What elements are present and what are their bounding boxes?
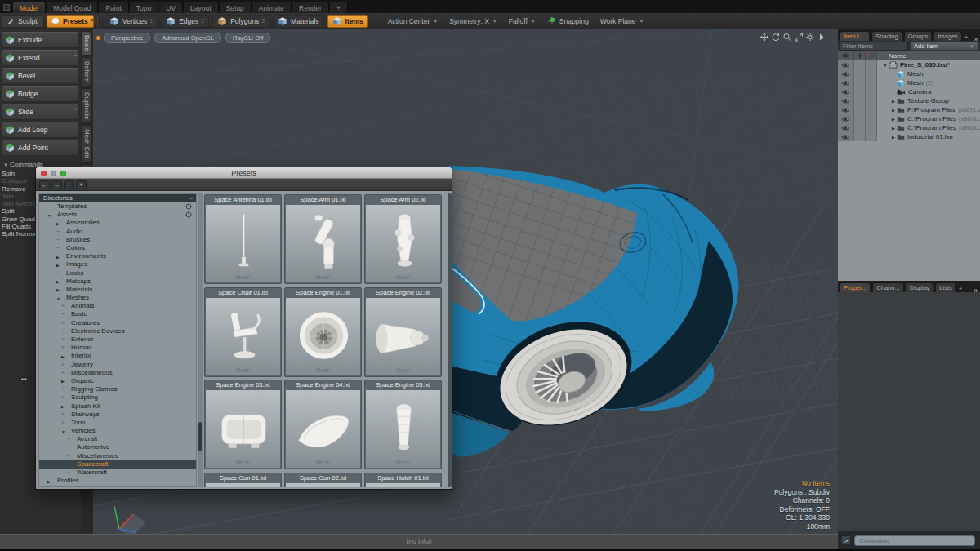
eye-icon[interactable] — [838, 114, 854, 123]
viewport-perspective[interactable]: Perspective — [104, 33, 150, 43]
viewport-raygl-off[interactable]: RayGL: Off — [225, 33, 270, 43]
eye-icon[interactable] — [838, 87, 854, 96]
dir-animals[interactable]: +Animals — [39, 302, 196, 310]
dir-automotive[interactable]: +Automotive — [39, 443, 196, 451]
dir-miscellaneous[interactable]: +Miscellaneous — [39, 369, 196, 377]
preset-space-engine-03-lxl[interactable]: Space Engine 03.lxl Mesh — [204, 380, 282, 469]
item-row-c-program-files[interactable]: ▶ C:\Program Files (x86)\Luxol — [838, 123, 980, 132]
menu-tab-animate[interactable]: Animate — [252, 2, 292, 13]
mode-vertices[interactable]: Vertices1 — [105, 15, 158, 28]
dir-rigging-gizmos[interactable]: +Rigging Gizmos — [39, 385, 196, 393]
move-icon[interactable] — [760, 33, 769, 42]
side-tab-duplicate[interactable]: Duplicate — [81, 88, 91, 123]
dir-materials[interactable]: ▶Materials — [39, 286, 196, 294]
dir-interior[interactable]: ▶Interior — [39, 352, 196, 360]
menu-tab-topo[interactable]: Topo — [130, 2, 158, 13]
add-path-button[interactable]: + — [76, 180, 87, 189]
dir-exterior[interactable]: +Exterior — [39, 335, 196, 344]
itemlist-tab-images[interactable]: Images — [933, 31, 962, 41]
eye-icon[interactable] — [838, 123, 854, 132]
panel-expand-icon[interactable] — [970, 33, 978, 41]
itemlist-tab-item-l[interactable]: Item L... — [840, 31, 870, 41]
item-row-camera[interactable]: · Camera — [838, 87, 980, 96]
preset-space-gun-02-lxl[interactable]: Space Gun 02.lxl Mesh — [284, 473, 362, 487]
preset-space-engine-02-lxl[interactable]: Space Engine 02.lxl Mesh — [364, 287, 442, 377]
menu-tab-model-quad[interactable]: Model Quad — [47, 2, 98, 13]
preset-space-arm-02-lxl[interactable]: Space Arm 02.lxl Mesh — [364, 194, 442, 284]
grid-scrollbar[interactable] — [448, 193, 452, 487]
dir-vehicles[interactable]: ▼Vehicles — [39, 427, 196, 435]
menu-tab-uv[interactable]: UV — [159, 2, 183, 13]
mode-polygons[interactable]: Polygons3 — [212, 15, 270, 28]
properties-tab-chann[interactable]: Chann... — [872, 282, 903, 292]
tree-scrollbar[interactable] — [198, 193, 203, 487]
menu-tab-paint[interactable]: Paint — [99, 2, 128, 13]
gear-icon[interactable] — [805, 33, 815, 42]
side-tab-deform[interactable]: Deform — [81, 57, 91, 87]
dir-environments[interactable]: ▶Environments — [39, 252, 196, 260]
tool-bridge[interactable]: Bridge — [2, 86, 79, 102]
dir-assemblies[interactable]: ▶Assemblies — [39, 219, 196, 227]
up-button[interactable]: ↑ — [64, 180, 74, 189]
preset-space-gun-01-lxl[interactable]: Space Gun 01.lxl Mesh — [204, 473, 282, 487]
command-run-button[interactable]: > — [841, 535, 851, 545]
side-tab-mesh-edit[interactable]: Mesh Edit — [81, 125, 91, 162]
dir-templates[interactable]: Templates — [39, 202, 196, 211]
dir-looks[interactable]: +Looks — [39, 269, 196, 278]
dir-toon[interactable]: +Toon — [39, 419, 196, 427]
dir-organic[interactable]: ▶Organic — [39, 377, 196, 385]
preset-space-arm-01-lxl[interactable]: Space Arm 01.lxl Mesh — [284, 194, 362, 284]
dir-human[interactable]: +Human — [39, 344, 196, 352]
dropdown-snapping[interactable]: Snapping — [547, 16, 589, 25]
preset-space-hatch-01-lxl[interactable]: Space Hatch 01.lxl Mesh — [364, 473, 442, 487]
eye-icon[interactable] — [838, 105, 854, 114]
viewport-menu-dot[interactable] — [96, 36, 100, 40]
menu-tab-add[interactable]: + — [330, 2, 348, 13]
dir-aircraft[interactable]: +Aircraft — [39, 435, 196, 443]
item-row-mesh[interactable]: · Mesh — [838, 69, 980, 78]
dir-basic[interactable]: +Basic — [39, 310, 196, 318]
mode-materials[interactable]: Materials — [273, 15, 323, 28]
dir-electronic-devices[interactable]: +Electronic Devices — [39, 327, 196, 335]
eye-icon[interactable] — [838, 96, 854, 105]
dir-colors[interactable]: +Colors — [39, 244, 196, 252]
properties-add-tab[interactable]: + — [959, 285, 963, 292]
side-tab-basic[interactable]: Basic — [81, 31, 91, 56]
properties-tab-display[interactable]: Display — [906, 282, 934, 292]
mode-items[interactable]: Items — [327, 15, 368, 28]
expand-icon[interactable] — [794, 33, 804, 42]
itemlist-tab-groups[interactable]: Groups — [904, 31, 933, 41]
tool-extrude[interactable]: Extrude — [2, 32, 79, 48]
dir-miscellaneous[interactable]: +Miscellaneous — [39, 452, 196, 460]
dir-matcaps[interactable]: ▶Matcaps — [39, 278, 196, 286]
eye-icon[interactable] — [838, 132, 854, 141]
dir-splash-kit[interactable]: ▶Splash Kit — [39, 402, 196, 411]
more-icon[interactable] — [817, 33, 826, 42]
mode-edges[interactable]: Edges2 — [161, 15, 209, 28]
preset-space-engine-01-lxl[interactable]: Space Engine 01.lxl Mesh — [284, 287, 362, 377]
forward-button[interactable]: → — [51, 180, 62, 189]
visibility-column-icon[interactable] — [838, 51, 854, 60]
itemlist-tab-shading[interactable]: Shading — [871, 31, 902, 41]
preset-space-chair-01-lxl[interactable]: Space Chair 01.lxl Mesh — [204, 287, 282, 377]
sculpt-button[interactable]: Sculpt — [2, 15, 44, 28]
dir-meshes[interactable]: ▼Meshes — [39, 294, 196, 302]
directories-header[interactable]: Directories– — [39, 194, 196, 202]
presets-button[interactable]: Presets F6 — [47, 15, 94, 28]
dropdown-falloff[interactable]: Falloff▼ — [509, 17, 536, 25]
preset-space-antenna-01-lxl[interactable]: Space Antenna 01.lxl Mesh — [204, 194, 282, 284]
properties-tab-lists[interactable]: Lists — [935, 282, 956, 292]
filter-items-input[interactable] — [840, 42, 908, 51]
back-button[interactable]: ← — [39, 180, 50, 189]
menu-tab-model[interactable]: Model — [13, 2, 46, 13]
name-column-label[interactable]: Name — [877, 52, 906, 60]
dropdown-action-center[interactable]: Action Center▼ — [388, 17, 438, 25]
dropdown-symmetry-x[interactable]: Symmetry: X▼ — [449, 17, 497, 25]
add-item-dropdown[interactable]: Add Item ▼ — [910, 42, 978, 51]
render-column-icon[interactable] — [866, 51, 877, 60]
rotate-icon[interactable] — [771, 33, 781, 42]
preset-space-engine-04-lxl[interactable]: Space Engine 04.lxl Mesh — [284, 380, 362, 469]
minimize-window-button[interactable] — [51, 171, 56, 176]
properties-tab-proper[interactable]: Proper... — [840, 282, 871, 292]
eye-icon[interactable] — [838, 60, 854, 69]
